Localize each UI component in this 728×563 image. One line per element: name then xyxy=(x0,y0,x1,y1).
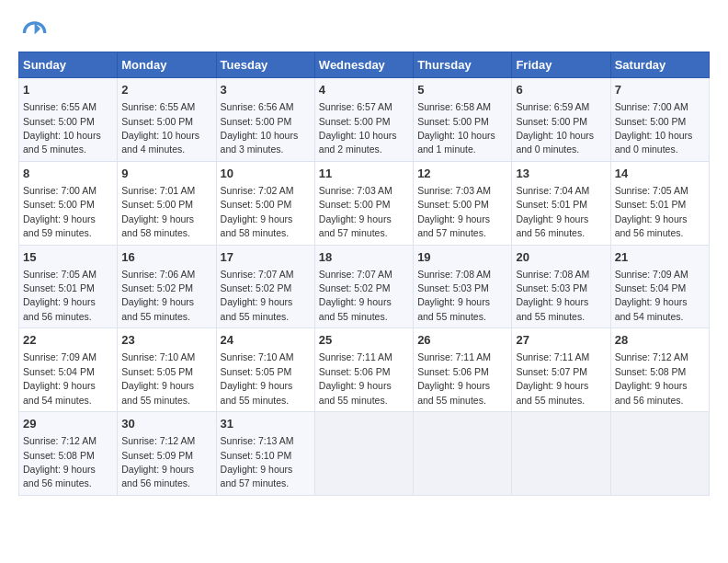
day-number: 12 xyxy=(417,166,507,182)
calendar-cell: 17Sunrise: 7:07 AMSunset: 5:02 PMDayligh… xyxy=(216,245,314,328)
cell-info: Sunrise: 7:12 AMSunset: 5:08 PMDaylight:… xyxy=(23,435,97,488)
cell-info: Sunrise: 7:07 AMSunset: 5:02 PMDaylight:… xyxy=(221,269,294,322)
calendar-cell xyxy=(610,412,709,496)
day-number: 2 xyxy=(121,82,211,98)
calendar-cell: 18Sunrise: 7:07 AMSunset: 5:02 PMDayligh… xyxy=(314,245,413,328)
day-number: 14 xyxy=(615,166,705,182)
cell-info: Sunrise: 7:04 AMSunset: 5:01 PMDaylight:… xyxy=(516,185,589,238)
day-number: 16 xyxy=(121,249,211,266)
calendar-week-row: 22Sunrise: 7:09 AMSunset: 5:04 PMDayligh… xyxy=(19,328,710,412)
calendar-cell: 13Sunrise: 7:04 AMSunset: 5:01 PMDayligh… xyxy=(512,161,610,245)
day-number: 6 xyxy=(516,82,606,98)
day-number: 27 xyxy=(516,332,606,349)
cell-info: Sunrise: 7:10 AMSunset: 5:05 PMDaylight:… xyxy=(221,351,294,405)
day-number: 10 xyxy=(221,166,311,182)
calendar-cell: 6Sunrise: 6:59 AMSunset: 5:00 PMDaylight… xyxy=(512,78,610,162)
calendar-cell: 15Sunrise: 7:05 AMSunset: 5:01 PMDayligh… xyxy=(19,245,118,328)
day-number: 13 xyxy=(516,166,606,182)
calendar-cell: 14Sunrise: 7:05 AMSunset: 5:01 PMDayligh… xyxy=(610,161,709,245)
day-number: 8 xyxy=(23,166,113,182)
cell-info: Sunrise: 7:11 AMSunset: 5:06 PMDaylight:… xyxy=(417,351,491,405)
calendar-table: SundayMondayTuesdayWednesdayThursdayFrid… xyxy=(18,52,710,496)
calendar-cell: 16Sunrise: 7:06 AMSunset: 5:02 PMDayligh… xyxy=(118,245,216,328)
cell-info: Sunrise: 6:56 AMSunset: 5:00 PMDaylight:… xyxy=(221,101,299,155)
calendar-cell: 1Sunrise: 6:55 AMSunset: 5:00 PMDaylight… xyxy=(19,78,118,162)
calendar-cell: 23Sunrise: 7:10 AMSunset: 5:05 PMDayligh… xyxy=(118,328,216,412)
calendar-cell xyxy=(512,412,610,496)
weekday-header-row: SundayMondayTuesdayWednesdayThursdayFrid… xyxy=(19,52,710,78)
calendar-cell: 4Sunrise: 6:57 AMSunset: 5:00 PMDaylight… xyxy=(314,78,413,162)
calendar-cell: 9Sunrise: 7:01 AMSunset: 5:00 PMDaylight… xyxy=(118,161,216,245)
cell-info: Sunrise: 6:57 AMSunset: 5:00 PMDaylight:… xyxy=(319,101,397,155)
cell-info: Sunrise: 7:05 AMSunset: 5:01 PMDaylight:… xyxy=(23,269,97,322)
day-number: 18 xyxy=(319,249,409,266)
cell-info: Sunrise: 6:55 AMSunset: 5:00 PMDaylight:… xyxy=(121,101,199,155)
day-number: 20 xyxy=(516,249,606,266)
weekday-header: Sunday xyxy=(19,52,118,78)
calendar-cell: 11Sunrise: 7:03 AMSunset: 5:00 PMDayligh… xyxy=(314,161,413,245)
page-header xyxy=(18,18,710,48)
calendar-week-row: 1Sunrise: 6:55 AMSunset: 5:00 PMDaylight… xyxy=(19,78,710,162)
weekday-header: Thursday xyxy=(414,52,512,78)
cell-info: Sunrise: 7:03 AMSunset: 5:00 PMDaylight:… xyxy=(417,185,491,238)
day-number: 3 xyxy=(221,82,311,98)
calendar-week-row: 8Sunrise: 7:00 AMSunset: 5:00 PMDaylight… xyxy=(19,161,710,245)
cell-info: Sunrise: 7:10 AMSunset: 5:05 PMDaylight:… xyxy=(121,351,195,405)
calendar-cell: 22Sunrise: 7:09 AMSunset: 5:04 PMDayligh… xyxy=(19,328,118,412)
cell-info: Sunrise: 7:12 AMSunset: 5:09 PMDaylight:… xyxy=(121,435,195,488)
calendar-cell: 19Sunrise: 7:08 AMSunset: 5:03 PMDayligh… xyxy=(414,245,512,328)
day-number: 19 xyxy=(417,249,507,266)
calendar-cell: 10Sunrise: 7:02 AMSunset: 5:00 PMDayligh… xyxy=(216,161,314,245)
day-number: 4 xyxy=(319,82,409,98)
day-number: 29 xyxy=(23,416,113,432)
calendar-cell: 27Sunrise: 7:11 AMSunset: 5:07 PMDayligh… xyxy=(512,328,610,412)
calendar-week-row: 29Sunrise: 7:12 AMSunset: 5:08 PMDayligh… xyxy=(19,412,710,496)
cell-info: Sunrise: 7:09 AMSunset: 5:04 PMDaylight:… xyxy=(23,351,97,405)
day-number: 26 xyxy=(417,332,507,349)
day-number: 17 xyxy=(221,249,311,266)
calendar-cell: 26Sunrise: 7:11 AMSunset: 5:06 PMDayligh… xyxy=(414,328,512,412)
calendar-cell: 30Sunrise: 7:12 AMSunset: 5:09 PMDayligh… xyxy=(118,412,216,496)
day-number: 21 xyxy=(615,249,705,266)
calendar-cell: 20Sunrise: 7:08 AMSunset: 5:03 PMDayligh… xyxy=(512,245,610,328)
calendar-cell: 7Sunrise: 7:00 AMSunset: 5:00 PMDaylight… xyxy=(610,78,709,162)
cell-info: Sunrise: 7:03 AMSunset: 5:00 PMDaylight:… xyxy=(319,185,392,238)
day-number: 5 xyxy=(417,82,507,98)
cell-info: Sunrise: 6:59 AMSunset: 5:00 PMDaylight:… xyxy=(516,101,594,155)
day-number: 25 xyxy=(319,332,409,349)
cell-info: Sunrise: 7:05 AMSunset: 5:01 PMDaylight:… xyxy=(615,185,688,238)
cell-info: Sunrise: 7:09 AMSunset: 5:04 PMDaylight:… xyxy=(615,269,688,322)
calendar-cell xyxy=(414,412,512,496)
calendar-cell: 28Sunrise: 7:12 AMSunset: 5:08 PMDayligh… xyxy=(610,328,709,412)
day-number: 9 xyxy=(121,166,211,182)
cell-info: Sunrise: 6:58 AMSunset: 5:00 PMDaylight:… xyxy=(417,101,495,155)
weekday-header: Wednesday xyxy=(314,52,413,78)
cell-info: Sunrise: 7:07 AMSunset: 5:02 PMDaylight:… xyxy=(319,269,392,322)
weekday-header: Tuesday xyxy=(216,52,314,78)
cell-info: Sunrise: 7:11 AMSunset: 5:07 PMDaylight:… xyxy=(516,351,589,405)
day-number: 7 xyxy=(615,82,705,98)
weekday-header: Saturday xyxy=(610,52,709,78)
cell-info: Sunrise: 7:02 AMSunset: 5:00 PMDaylight:… xyxy=(221,185,294,238)
calendar-cell: 21Sunrise: 7:09 AMSunset: 5:04 PMDayligh… xyxy=(610,245,709,328)
calendar-cell: 2Sunrise: 6:55 AMSunset: 5:00 PMDaylight… xyxy=(118,78,216,162)
calendar-cell: 3Sunrise: 6:56 AMSunset: 5:00 PMDaylight… xyxy=(216,78,314,162)
cell-info: Sunrise: 7:00 AMSunset: 5:00 PMDaylight:… xyxy=(23,185,97,238)
weekday-header: Friday xyxy=(512,52,610,78)
calendar-cell: 5Sunrise: 6:58 AMSunset: 5:00 PMDaylight… xyxy=(414,78,512,162)
day-number: 30 xyxy=(121,416,211,432)
cell-info: Sunrise: 7:01 AMSunset: 5:00 PMDaylight:… xyxy=(121,185,195,238)
calendar-cell: 8Sunrise: 7:00 AMSunset: 5:00 PMDaylight… xyxy=(19,161,118,245)
day-number: 31 xyxy=(221,416,311,432)
day-number: 22 xyxy=(23,332,113,349)
cell-info: Sunrise: 7:11 AMSunset: 5:06 PMDaylight:… xyxy=(319,351,392,405)
logo xyxy=(18,18,53,48)
cell-info: Sunrise: 7:08 AMSunset: 5:03 PMDaylight:… xyxy=(516,269,589,322)
day-number: 23 xyxy=(121,332,211,349)
cell-info: Sunrise: 7:06 AMSunset: 5:02 PMDaylight:… xyxy=(121,269,195,322)
cell-info: Sunrise: 6:55 AMSunset: 5:00 PMDaylight:… xyxy=(23,101,101,155)
calendar-week-row: 15Sunrise: 7:05 AMSunset: 5:01 PMDayligh… xyxy=(19,245,710,328)
day-number: 24 xyxy=(221,332,311,349)
day-number: 1 xyxy=(23,82,113,98)
day-number: 11 xyxy=(319,166,409,182)
